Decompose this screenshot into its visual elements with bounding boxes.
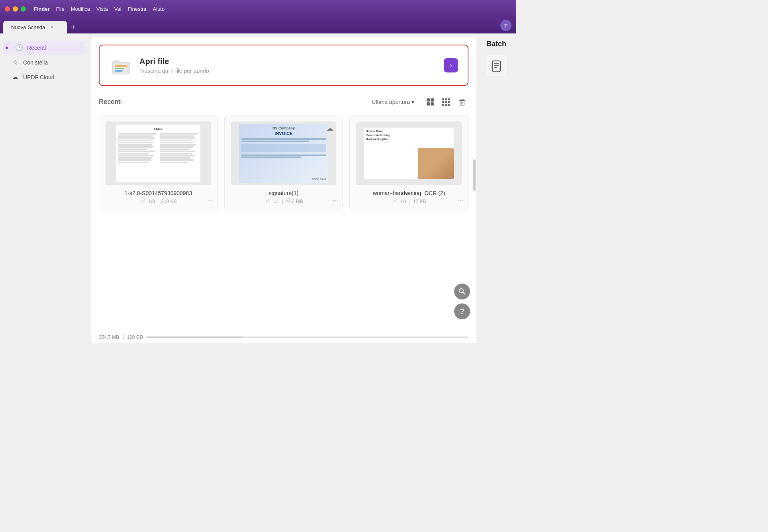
batch-icon-button[interactable] (485, 55, 507, 77)
storage-progress-fill (146, 336, 243, 338)
open-file-subtitle: Trascina qui il file per aprirlo (139, 68, 437, 74)
menu-vista[interactable]: Vista (96, 6, 108, 12)
close-button[interactable] (5, 6, 10, 12)
file-card-3[interactable]: How to Make!Jour HandwritingNeat and Leg… (349, 115, 468, 211)
star-icon: ☆ (11, 59, 19, 66)
sort-dropdown[interactable]: Ultima apertura ▾ (372, 99, 414, 105)
grid-6-icon (442, 98, 451, 106)
new-tab-button[interactable]: + (67, 21, 80, 33)
user-avatar: T (500, 20, 511, 31)
sidebar-item-updf-cloud[interactable]: ☁ UPDF Cloud (3, 70, 84, 84)
file-name-1: 1-s2.0-S001457930900983 (106, 190, 211, 196)
batch-document-icon (490, 59, 503, 72)
svg-rect-18 (460, 100, 464, 105)
tab-label: Nuova Scheda (11, 24, 45, 30)
menu-modifica[interactable]: Modifica (71, 6, 90, 12)
svg-rect-11 (448, 98, 450, 100)
sidebar: 🕐 Recenti ☆ Con stella ☁ UPDF Cloud (0, 33, 88, 346)
file-name-3: woman-handwriting_OCR (2) (356, 190, 462, 196)
svg-rect-8 (431, 102, 434, 106)
recent-section-title: Recenti (99, 98, 122, 106)
sidebar-label-con-stella: Con stella (23, 59, 48, 66)
storage-used: 254,7 MB (99, 334, 119, 340)
file-thumbnail-3: How to Make!Jour HandwritingNeat and Leg… (356, 121, 462, 185)
grid-4-icon (426, 98, 435, 106)
file-icon-small-2: 📄 (264, 199, 270, 204)
file-card-1[interactable]: FEBS (99, 115, 218, 211)
svg-rect-13 (445, 101, 447, 103)
cloud-sync-icon: ☁ (327, 125, 333, 132)
open-file-box[interactable]: Apri file Trascina qui il file per aprir… (99, 45, 468, 86)
sort-arrow-icon: ▾ (411, 99, 414, 105)
file-icon-small-1: 📄 (140, 199, 146, 204)
file-more-button-3[interactable]: ··· (458, 197, 463, 204)
svg-rect-6 (431, 98, 434, 102)
file-icon-container (109, 53, 133, 77)
svg-line-24 (463, 292, 465, 294)
svg-rect-17 (448, 104, 450, 106)
cloud-icon: ☁ (11, 73, 19, 81)
tab-close-button[interactable]: × (49, 24, 55, 30)
open-file-title: Apri file (139, 57, 437, 66)
file-meta-2: 📄 1/1 | 24,2 MB (231, 199, 337, 204)
file-icon-small-3: 📄 (392, 199, 398, 204)
svg-rect-16 (445, 104, 447, 106)
clock-icon: 🕐 (15, 44, 23, 51)
sidebar-item-con-stella[interactable]: ☆ Con stella (3, 55, 84, 69)
active-indicator (6, 47, 8, 49)
minimize-button[interactable] (13, 6, 18, 12)
file-pages-2: 1/1 (272, 199, 279, 204)
menu-vai[interactable]: Vai (114, 6, 121, 12)
search-float-icon (458, 288, 466, 295)
active-tab[interactable]: Nuova Scheda × (3, 21, 67, 33)
main-container: 🕐 Recenti ☆ Con stella ☁ UPDF Cloud (0, 33, 516, 346)
file-more-button-1[interactable]: ··· (207, 197, 212, 204)
title-bar: Finder File Modifica Vista Vai Finestra … (0, 0, 516, 18)
help-float-button[interactable]: ? (454, 303, 470, 319)
svg-rect-5 (427, 98, 430, 102)
file-size-3: 12 KB (413, 199, 426, 204)
sort-label: Ultima apertura (372, 99, 410, 105)
file-name-2: signature(1) (231, 190, 337, 196)
file-grid: FEBS (99, 115, 468, 211)
folder-icon (111, 55, 131, 76)
svg-rect-1 (115, 65, 127, 67)
menu-aiuto[interactable]: Aiuto (153, 6, 165, 12)
invoice-thumbnail: NS Company INVOICE Dawn Luna (239, 124, 329, 182)
floating-buttons: ? (454, 284, 470, 319)
menu-file[interactable]: File (56, 6, 65, 12)
storage-total: 120 GB (127, 334, 143, 340)
file-size-2: 24,2 MB (285, 199, 303, 204)
open-file-arrow-button[interactable]: › (444, 58, 458, 72)
grid-view-button-2[interactable] (440, 96, 453, 108)
delete-button[interactable] (456, 96, 468, 108)
open-file-text: Apri file Trascina qui il file per aprir… (139, 57, 437, 74)
file-meta-3: 📄 1/1 | 12 KB (356, 199, 462, 204)
maximize-button[interactable] (21, 6, 26, 12)
tab-bar: Nuova Scheda × + T (0, 18, 516, 33)
svg-rect-3 (115, 70, 123, 72)
sidebar-label-recenti: Recenti (27, 45, 46, 51)
svg-rect-9 (442, 98, 444, 100)
svg-rect-15 (442, 104, 444, 106)
app-name: Finder (34, 6, 50, 12)
sidebar-item-recenti[interactable]: 🕐 Recenti (3, 41, 84, 55)
trash-icon (458, 98, 466, 106)
storage-separator: | (122, 334, 123, 340)
content-area: Apri file Trascina qui il file per aprir… (91, 37, 476, 343)
storage-progress-bar (146, 336, 468, 338)
grid-view-button-1[interactable] (424, 96, 437, 108)
sidebar-label-updf-cloud: UPDF Cloud (23, 74, 55, 80)
batch-panel: Batch (476, 33, 516, 346)
menu-finestra[interactable]: Finestra (128, 6, 147, 12)
file-card-2[interactable]: ☁ NS Company INVOICE Dawn Luna (224, 115, 343, 211)
svg-rect-10 (445, 98, 447, 100)
search-float-button[interactable] (454, 284, 470, 299)
scrollbar[interactable] (473, 159, 476, 191)
batch-title: Batch (486, 40, 506, 48)
svg-rect-2 (115, 68, 124, 69)
handwriting-thumbnail: How to Make!Jour HandwritingNeat and Leg… (364, 128, 454, 179)
paper-thumbnail: FEBS (116, 125, 200, 182)
file-more-button-2[interactable]: ··· (333, 197, 338, 204)
svg-rect-14 (448, 101, 450, 103)
